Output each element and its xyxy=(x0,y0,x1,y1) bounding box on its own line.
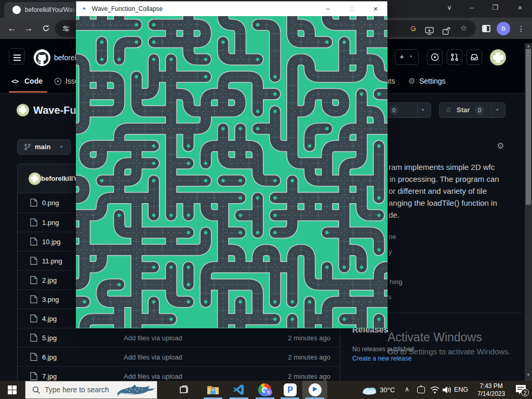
file-explorer-button[interactable] xyxy=(203,381,223,399)
browser-profile-avatar[interactable]: b xyxy=(497,22,510,35)
sketch-icon: ▶ xyxy=(309,383,322,396)
start-button[interactable] xyxy=(0,381,25,399)
about-line: or different and variety of tile xyxy=(389,187,487,196)
time: 7:43 PM xyxy=(469,382,513,390)
browser-minimize-button[interactable]: – xyxy=(461,0,482,16)
bookmark-star-icon[interactable]: ☆ xyxy=(460,23,467,33)
settings-gear-icon: ⚙ xyxy=(408,76,415,86)
back-icon[interactable]: ← xyxy=(4,18,20,39)
branch-name: main xyxy=(35,143,50,151)
file-name[interactable]: 3.png xyxy=(42,290,59,309)
file-icon xyxy=(30,314,37,323)
star-caret-icon[interactable]: ▾ xyxy=(496,108,498,112)
google-icon[interactable]: G xyxy=(410,24,416,33)
file-row[interactable]: 5.jpgAdd files via upload2 minutes ago xyxy=(18,328,340,347)
weather-cloud-icon[interactable] xyxy=(362,385,377,395)
side-panel-icon[interactable] xyxy=(482,25,490,32)
tab-code[interactable]: Code xyxy=(24,77,43,85)
forward-icon[interactable]: → xyxy=(21,18,36,39)
scrollbar-down-icon[interactable]: ▼ xyxy=(525,373,532,377)
reload-icon[interactable] xyxy=(38,18,54,39)
inbox-icon[interactable] xyxy=(467,49,482,65)
weather-temp[interactable]: 30°C xyxy=(380,381,395,399)
commit-message[interactable]: Add files via upload xyxy=(124,328,182,348)
file-icon xyxy=(30,372,37,380)
browser-menu-icon[interactable]: ⋮ xyxy=(517,18,525,39)
wifi-icon[interactable] xyxy=(430,386,440,394)
whale-shark-image xyxy=(116,383,156,397)
tray-device-icon[interactable] xyxy=(417,387,425,393)
github-logo-icon[interactable] xyxy=(34,49,50,66)
file-name[interactable]: 11.png xyxy=(42,251,62,271)
tab-search-chevron-icon[interactable]: ∨ xyxy=(439,0,460,16)
browser-restore-button[interactable]: ❐ xyxy=(485,0,506,16)
star-divider xyxy=(491,103,491,117)
task-view-button[interactable] xyxy=(174,381,195,399)
sidebar-item-fragment: hing xyxy=(390,278,403,286)
file-name[interactable]: 1.png xyxy=(42,213,59,232)
app-close-button[interactable]: × xyxy=(364,2,388,16)
tab-settings[interactable]: Settings xyxy=(419,77,446,85)
processing-icon: P xyxy=(284,383,297,396)
app-window-icon: ▸ xyxy=(83,5,86,11)
app-window: ▸ Wave_Function_Collapse – □ × xyxy=(76,1,388,328)
notification-center-button[interactable]: 2 xyxy=(515,384,526,396)
file-name[interactable]: 4.jpg xyxy=(42,309,57,328)
file-name[interactable]: 0.png xyxy=(42,193,59,212)
create-release-link[interactable]: Create a new release xyxy=(352,355,411,362)
play-icon: ▶ xyxy=(313,385,317,392)
file-name[interactable]: 5.jpg xyxy=(42,328,57,348)
branch-selector[interactable]: main ▾ xyxy=(17,139,71,155)
site-settings-icon[interactable] xyxy=(62,25,70,34)
create-new-button[interactable]: + ▾ xyxy=(395,49,419,65)
github-favicon xyxy=(12,6,21,14)
share-icon[interactable] xyxy=(442,27,450,37)
issues-global-icon[interactable] xyxy=(427,49,443,65)
app-window-title: Wave_Function_Collapse xyxy=(92,2,163,16)
commit-time[interactable]: 2 minutes ago xyxy=(288,328,330,348)
file-icon xyxy=(30,198,37,207)
language-indicator[interactable]: ENG xyxy=(454,381,468,399)
commit-message[interactable]: Add files via upload xyxy=(124,348,182,367)
file-name[interactable]: 2.jpg xyxy=(42,271,57,290)
chrome-profile-badge: b xyxy=(265,389,272,396)
file-row[interactable]: 6.jpgAdd files via upload2 minutes ago xyxy=(18,347,340,366)
file-name[interactable]: 6.jpg xyxy=(42,348,57,367)
chrome-button[interactable]: b xyxy=(255,381,275,399)
branch-icon xyxy=(24,143,31,151)
app-titlebar[interactable]: ▸ Wave_Function_Collapse – □ × xyxy=(76,2,387,16)
scrollbar-thumb[interactable] xyxy=(526,49,531,205)
sketch-window-button[interactable]: ▶ xyxy=(302,381,327,399)
install-icon[interactable] xyxy=(425,27,434,37)
vscode-button[interactable] xyxy=(229,381,249,399)
fork-caret-icon[interactable]: ▾ xyxy=(422,108,424,112)
about-gear-icon[interactable]: ⚙ xyxy=(497,141,504,151)
file-icon xyxy=(30,257,37,265)
tray-chevron-icon[interactable]: ∧ xyxy=(405,380,409,398)
branch-caret-icon: ▾ xyxy=(60,144,62,149)
browser-close-button[interactable]: × xyxy=(510,0,530,16)
search-icon xyxy=(32,386,41,394)
commit-author-avatar[interactable] xyxy=(29,172,41,185)
file-icon xyxy=(30,237,37,246)
user-avatar[interactable] xyxy=(490,49,506,65)
taskbar-search[interactable]: Type here to search xyxy=(25,381,157,399)
scrollbar-up-icon[interactable]: ▲ xyxy=(525,44,532,48)
notification-badge: 2 xyxy=(521,389,529,396)
speaker-icon[interactable] xyxy=(442,386,451,394)
app-minimize-button[interactable]: – xyxy=(316,2,340,16)
pull-requests-icon[interactable] xyxy=(447,49,462,65)
hamburger-menu-icon[interactable] xyxy=(9,48,25,64)
clock[interactable]: 7:43 PM 7/14/2023 xyxy=(469,382,513,398)
app-maximize-button[interactable]: □ xyxy=(340,2,364,16)
date: 7/14/2023 xyxy=(469,390,513,398)
fork-count: 0 xyxy=(389,105,398,115)
file-icon xyxy=(30,334,37,342)
processing-button[interactable]: P xyxy=(280,381,300,399)
desktop: beforelkillYou/Wave_Function_Collapse ∨ … xyxy=(0,0,532,399)
about-line: in processing. The program can xyxy=(390,175,499,184)
activate-windows-subtext: Go to Settings to activate Windows. xyxy=(388,347,511,356)
star-button[interactable]: ☆ Star 0 ▾ xyxy=(439,102,506,118)
file-name[interactable]: 10.jpg xyxy=(42,232,60,251)
commit-time[interactable]: 2 minutes ago xyxy=(288,348,330,367)
